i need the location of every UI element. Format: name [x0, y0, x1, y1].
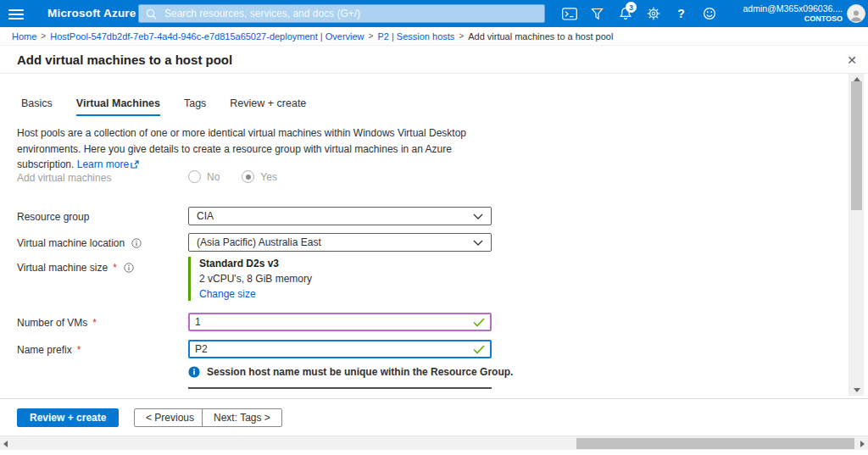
search-input[interactable]: [163, 7, 537, 20]
vertical-scrollbar-thumb[interactable]: [851, 81, 862, 210]
directory-filter-icon[interactable]: [583, 0, 611, 27]
page-title: Add virtual machines to a host pool: [17, 53, 232, 67]
scroll-right-arrow-icon[interactable]: [860, 441, 865, 447]
required-marker: *: [92, 317, 97, 329]
breadcrumb-session-hosts[interactable]: P2 | Session hosts: [377, 31, 454, 42]
person-icon: [849, 8, 863, 22]
name-prefix-label: Name prefix*: [17, 344, 81, 356]
close-icon[interactable]: ✕: [841, 49, 863, 71]
number-of-vms-field: [188, 313, 492, 331]
tab-basics[interactable]: Basics: [21, 97, 53, 116]
help-icon[interactable]: ?: [667, 0, 695, 27]
valid-check-icon: [473, 318, 485, 327]
add-vms-label: Add virtual machines: [17, 172, 111, 184]
breadcrumb-separator: >: [41, 31, 46, 41]
radio-circle-no-icon: [188, 170, 201, 183]
required-marker: *: [113, 262, 117, 274]
vm-size-label: Virtual machine size*: [17, 262, 134, 274]
top-bar: Microsoft Azure 3 ?: [0, 0, 868, 27]
global-search[interactable]: [138, 4, 545, 23]
top-bar-icons: 3 ?: [555, 0, 723, 27]
number-of-vms-label: Number of VMs*: [17, 317, 97, 329]
scroll-down-arrow-icon[interactable]: [854, 388, 860, 392]
resource-group-label: Resource group: [17, 211, 89, 223]
required-marker: *: [77, 344, 81, 356]
scroll-left-arrow-icon[interactable]: [3, 441, 8, 447]
tab-virtual-machines[interactable]: Virtual Machines: [76, 97, 160, 116]
azure-brand[interactable]: Microsoft Azure: [47, 7, 136, 19]
horizontal-scrollbar[interactable]: [0, 436, 868, 450]
info-filled-icon: [188, 366, 200, 378]
avatar[interactable]: [847, 4, 865, 23]
tab-review-create[interactable]: Review + create: [230, 97, 306, 116]
next-tags-button[interactable]: Next: Tags >: [202, 408, 282, 427]
settings-gear-icon[interactable]: [639, 0, 667, 27]
horizontal-scrollbar-thumb[interactable]: [576, 438, 854, 449]
partially-visible-field: [188, 387, 492, 390]
account-menu[interactable]: admin@M365x096036.... CONTOSO: [743, 3, 843, 24]
vm-size-name: Standard D2s v3: [199, 258, 312, 269]
radio-no-label: No: [207, 171, 220, 183]
resource-group-value: CIA: [197, 210, 214, 222]
breadcrumb-separator: >: [459, 31, 464, 41]
notifications-icon[interactable]: 3: [611, 0, 639, 27]
notification-badge: 3: [626, 2, 637, 13]
change-size-link[interactable]: Change size: [199, 288, 312, 300]
external-link-icon: [131, 160, 139, 169]
radio-circle-yes-icon: [242, 170, 254, 183]
resource-group-dropdown[interactable]: CIA: [188, 207, 492, 225]
add-vms-radio-group: No Yes: [188, 170, 277, 183]
tab-bar: Basics Virtual Machines Tags Review + cr…: [21, 97, 306, 116]
feedback-smiley-icon[interactable]: [695, 0, 723, 27]
breadcrumb-home[interactable]: Home: [12, 31, 36, 42]
info-icon[interactable]: [131, 238, 142, 248]
valid-check-icon: [473, 345, 485, 354]
radio-yes-label: Yes: [260, 171, 277, 183]
vm-location-value: (Asia Pacific) Australia East: [197, 236, 321, 248]
hamburger-menu-icon[interactable]: [8, 7, 24, 20]
info-icon[interactable]: [124, 263, 134, 273]
learn-more-link[interactable]: Learn more: [77, 158, 129, 170]
radio-no[interactable]: No: [188, 170, 220, 183]
chevron-down-icon: [473, 214, 483, 219]
vm-location-label: Virtual machine location: [17, 237, 142, 249]
tab-tags[interactable]: Tags: [184, 97, 206, 116]
breadcrumb-separator: >: [369, 31, 374, 41]
account-tenant: CONTOSO: [743, 14, 843, 24]
breadcrumb-hostpool-overview[interactable]: HostPool-547db2df-7eb7-4a4d-946c-e7d815a…: [50, 31, 364, 42]
vm-size-specs: 2 vCPU's, 8 GiB memory: [199, 273, 312, 285]
info-message-text: Session host name must be unique within …: [207, 366, 513, 379]
session-host-info-message: Session host name must be unique within …: [188, 366, 527, 379]
search-icon: [146, 8, 157, 19]
cloud-shell-icon[interactable]: [555, 0, 583, 27]
name-prefix-input[interactable]: [190, 343, 473, 355]
vertical-scrollbar[interactable]: [849, 74, 864, 396]
chevron-down-icon: [473, 240, 483, 246]
number-of-vms-input[interactable]: [190, 316, 473, 328]
account-email: admin@M365x096036....: [743, 3, 843, 14]
name-prefix-field: [188, 340, 492, 358]
vm-location-dropdown[interactable]: (Asia Pacific) Australia East: [188, 233, 492, 252]
review-create-button[interactable]: Review + create: [17, 408, 119, 427]
host-pool-description: Host pools are a collection of one or mo…: [17, 125, 497, 173]
vm-size-summary: Standard D2s v3 2 vCPU's, 8 GiB memory C…: [188, 257, 312, 301]
previous-button[interactable]: < Previous: [134, 408, 206, 427]
footer-bar: Review + create < Previous Next: Tags >: [0, 398, 868, 436]
blade-header: Add virtual machines to a host pool ✕: [0, 46, 868, 74]
breadcrumb-current-page: Add virtual machines to a host pool: [468, 31, 613, 42]
breadcrumb: Home > HostPool-547db2df-7eb7-4a4d-946c-…: [0, 27, 868, 46]
radio-yes[interactable]: Yes: [242, 170, 277, 183]
azure-portal-window: Microsoft Azure 3 ?: [0, 0, 868, 455]
